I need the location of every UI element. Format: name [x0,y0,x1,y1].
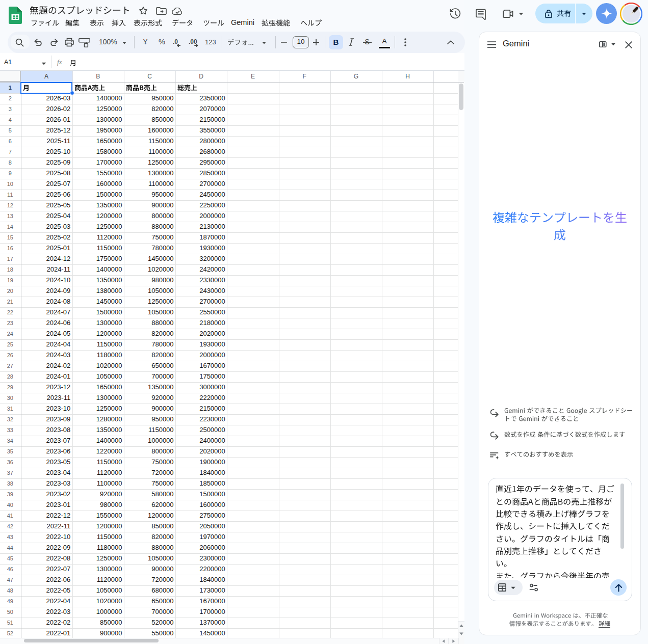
svg-text:.0: .0 [173,39,178,45]
